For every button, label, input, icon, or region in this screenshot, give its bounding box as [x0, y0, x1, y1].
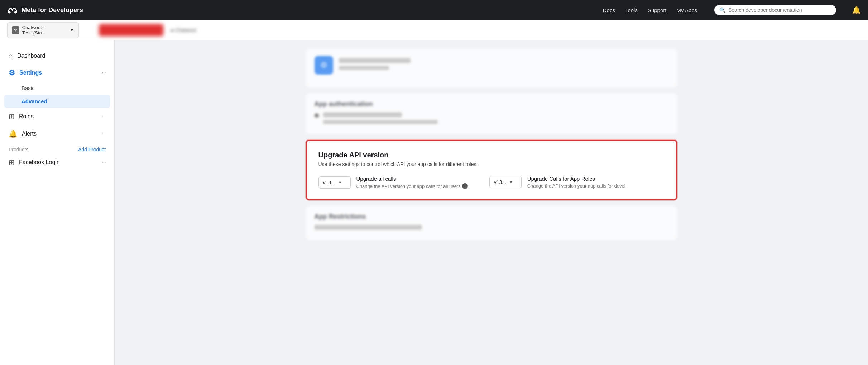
app-name-blurred: [339, 58, 411, 63]
sidebar-item-settings[interactable]: ⚙ Settings ···: [0, 64, 114, 81]
nav-links: Docs Tools Support My Apps: [603, 7, 697, 13]
facebook-login-icon: ⊞: [9, 158, 15, 167]
auth-title: App authentication: [315, 100, 668, 108]
control-info-app-roles: Upgrade Calls for App Roles Change the A…: [527, 176, 625, 189]
sidebar-item-dashboard-label: Dashboard: [17, 53, 45, 59]
nav-support[interactable]: Support: [648, 7, 667, 13]
app-header: ⚙: [315, 56, 668, 75]
upgrade-api-title: Upgrade API version: [318, 151, 665, 159]
control-desc-all-calls: Change the API version your app calls fo…: [356, 183, 468, 189]
control-info-all-calls: Upgrade all calls Change the API version…: [356, 176, 468, 189]
sidebar-sub-item-basic[interactable]: Basic: [0, 81, 114, 95]
app-icon-large: ⚙: [315, 56, 333, 75]
upgrade-control-app-roles: v13... ▼ Upgrade Calls for App Roles Cha…: [489, 176, 625, 189]
sidebar-item-roles[interactable]: ⊞ Roles ···: [0, 108, 114, 125]
alerts-badge: ···: [102, 131, 106, 136]
home-icon: ⌂: [9, 52, 13, 60]
version-select-app-roles[interactable]: v13... ▼: [489, 176, 522, 188]
version-select-all-calls-value: v13...: [323, 180, 335, 185]
app-link-blurred: [339, 66, 389, 70]
app-header-section: ⚙: [306, 49, 677, 87]
auth-item-desc-blurred: [323, 120, 438, 124]
search-icon: 🔍: [719, 7, 725, 13]
sidebar: ⌂ Dashboard ⚙ Settings ··· Basic Advance…: [0, 40, 115, 365]
version-select-all-calls[interactable]: v13... ▼: [318, 176, 351, 189]
page-layout: ⌂ Dashboard ⚙ Settings ··· Basic Advance…: [0, 40, 868, 365]
main-content: ⚙ App authentication: [115, 40, 868, 365]
upgrade-api-section: Upgrade API version Use these settings t…: [306, 140, 677, 200]
sidebar-sub-item-advanced[interactable]: Advanced: [4, 95, 110, 108]
sidebar-item-dashboard[interactable]: ⌂ Dashboard: [0, 47, 114, 64]
gear-icon: ⚙: [9, 68, 15, 77]
upgrade-api-description: Use these settings to control which API …: [318, 161, 665, 167]
roles-icon: ⊞: [9, 112, 15, 121]
sidebar-sub-basic-label: Basic: [21, 85, 35, 91]
app-icon-glyph: ⚙: [320, 61, 327, 70]
sidebar-item-roles-label: Roles: [19, 113, 34, 120]
upgrade-controls: v13... ▼ Upgrade all calls Change the AP…: [318, 176, 665, 189]
sidebar-item-facebook-login[interactable]: ⊞ Facebook Login ···: [0, 154, 114, 171]
facebook-login-badge: ···: [102, 160, 106, 165]
control-desc-app-roles-text: Change the API version your app calls fo…: [527, 183, 625, 189]
top-navigation: Meta for Developers Docs Tools Support M…: [0, 0, 868, 20]
nav-myapps[interactable]: My Apps: [676, 7, 697, 13]
sidebar-item-settings-label: Settings: [19, 70, 42, 76]
control-label-app-roles: Upgrade Calls for App Roles: [527, 176, 625, 182]
search-input[interactable]: [728, 7, 831, 13]
logo: Meta for Developers: [7, 4, 83, 16]
chevron-down-icon: ▼: [69, 27, 74, 33]
sidebar-products-section: Products Add Product: [0, 142, 114, 154]
products-label: Products: [9, 147, 28, 152]
auth-row: [315, 112, 668, 127]
meta-logo-icon: [7, 4, 19, 16]
sidebar-sub-advanced-label: Advanced: [21, 98, 47, 104]
chevron-down-icon-2: ▼: [509, 180, 513, 184]
app-header-text: [339, 58, 411, 73]
chevron-down-icon-1: ▼: [338, 180, 342, 185]
blurred-app-name: [99, 24, 163, 36]
add-product-link[interactable]: Add Product: [78, 147, 106, 152]
auth-item-label-blurred: [323, 112, 402, 117]
sidebar-item-facebook-login-label: Facebook Login: [19, 159, 60, 166]
app-selector-dropdown[interactable]: ⚙ Chatwoot - Test1(Sta... ▼: [7, 22, 79, 38]
app-selector-icon: ⚙: [12, 26, 19, 34]
restrictions-blurred: [315, 225, 422, 230]
upgrade-control-all-calls: v13... ▼ Upgrade all calls Change the AP…: [318, 176, 468, 189]
svg-point-0: [8, 11, 10, 13]
auth-section: App authentication: [306, 93, 677, 134]
app-selector-label: Chatwoot - Test1(Sta...: [22, 25, 67, 35]
blurred-sub-nav-item: ● Chatwoot: [171, 27, 206, 33]
sub-nav-items: ● Chatwoot: [93, 24, 206, 36]
control-desc-app-roles: Change the API version your app calls fo…: [527, 183, 625, 189]
logo-text: Meta for Developers: [21, 6, 83, 14]
info-icon-all-calls[interactable]: i: [462, 183, 468, 189]
sidebar-item-alerts[interactable]: 🔔 Alerts ···: [0, 125, 114, 142]
settings-badge: ···: [102, 70, 106, 75]
search-bar[interactable]: 🔍: [714, 5, 836, 15]
auth-item-text: [323, 112, 438, 127]
notification-bell-icon[interactable]: 🔔: [852, 6, 861, 14]
control-label-all-calls: Upgrade all calls: [356, 176, 468, 182]
sub-navigation: ⚙ Chatwoot - Test1(Sta... ▼ ● Chatwoot: [0, 20, 868, 40]
version-select-app-roles-value: v13...: [494, 179, 506, 185]
svg-point-1: [14, 11, 16, 13]
content-inner: ⚙ App authentication: [294, 40, 689, 248]
auth-dot-icon: [315, 113, 319, 118]
nav-docs[interactable]: Docs: [603, 7, 615, 13]
alerts-bell-icon: 🔔: [9, 129, 18, 138]
roles-badge: ···: [102, 114, 106, 119]
restrictions-section: App Restrictions: [306, 206, 677, 240]
sidebar-item-alerts-label: Alerts: [22, 131, 37, 137]
restrictions-title: App Restrictions: [315, 213, 668, 221]
control-desc-all-calls-text: Change the API version your app calls fo…: [356, 184, 461, 189]
nav-tools[interactable]: Tools: [625, 7, 638, 13]
